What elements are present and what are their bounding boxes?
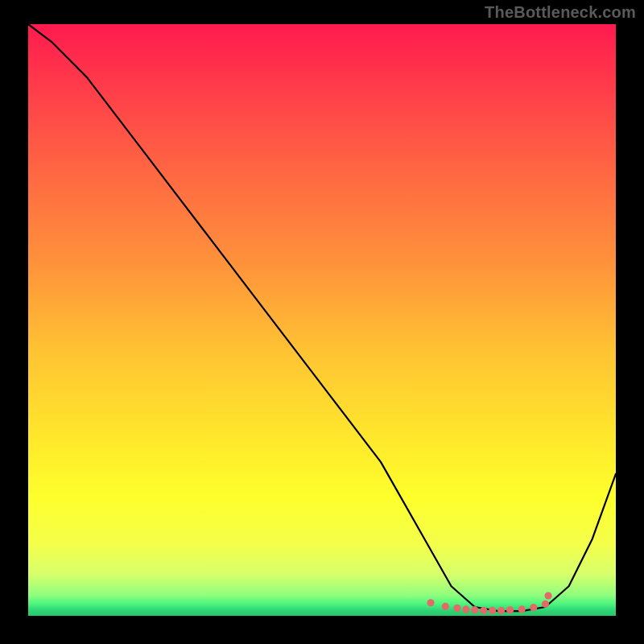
marker-dot <box>497 607 505 614</box>
marker-dot <box>427 599 434 606</box>
marker-dot <box>480 607 487 614</box>
plot-area <box>28 24 616 616</box>
marker-dot <box>489 607 496 614</box>
marker-dot <box>453 605 460 612</box>
chart-frame: TheBottleneck.com <box>0 0 644 644</box>
chart-svg <box>28 24 616 616</box>
marker-dot <box>518 605 526 613</box>
marker-dot <box>442 603 449 610</box>
marker-dot <box>530 604 537 611</box>
marker-dot <box>506 606 514 613</box>
marker-dot <box>542 601 549 608</box>
marker-dot <box>462 605 469 613</box>
curve-line <box>28 24 616 611</box>
marker-dot <box>544 592 551 599</box>
marker-dot <box>471 606 478 613</box>
optimum-markers <box>427 592 551 614</box>
watermark-text: TheBottleneck.com <box>485 3 636 22</box>
